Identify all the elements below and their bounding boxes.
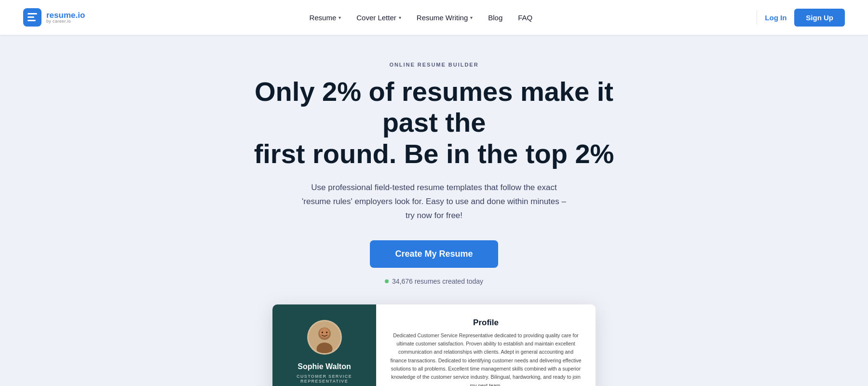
- chevron-down-icon: ▾: [339, 15, 341, 20]
- hero-section: ONLINE RESUME BUILDER Only 2% of resumes…: [0, 35, 868, 386]
- resume-card: Sophie Walton CUSTOMER SERVICEREPRESENTA…: [272, 304, 596, 386]
- resume-right-panel: Profile Dedicated Customer Service Repre…: [376, 304, 596, 386]
- hero-subtitle: Use professional field-tested resume tem…: [299, 181, 569, 223]
- logo-main: resume.io: [46, 11, 85, 19]
- resume-name: Sophie Walton: [298, 362, 351, 371]
- login-button[interactable]: Log In: [765, 14, 787, 22]
- hero-title: Only 2% of resumes make it past the firs…: [251, 76, 617, 169]
- resume-profile-text: Dedicated Customer Service Representativ…: [390, 331, 582, 386]
- resume-job-title: CUSTOMER SERVICEREPRESENTATIVE: [297, 374, 352, 384]
- svg-rect-2: [27, 16, 34, 18]
- nav-blog[interactable]: Blog: [488, 14, 502, 22]
- logo-text: resume.io by career.io: [46, 11, 85, 24]
- nav-resume-writing[interactable]: Resume Writing ▾: [417, 14, 473, 22]
- chevron-down-icon: ▾: [470, 15, 473, 20]
- signup-button[interactable]: Sign Up: [794, 9, 845, 27]
- logo-sub: by career.io: [46, 19, 85, 24]
- resumes-count: 34,676 resumes created today: [10, 277, 858, 285]
- avatar: [307, 320, 342, 355]
- auth-area: Log In Sign Up: [757, 9, 845, 27]
- svg-point-6: [316, 343, 332, 355]
- nav-resume[interactable]: Resume ▾: [309, 14, 341, 22]
- svg-point-9: [326, 331, 327, 333]
- resume-profile-heading: Profile: [390, 318, 582, 328]
- create-resume-button[interactable]: Create My Resume: [370, 240, 498, 268]
- main-nav: Resume ▾ Cover Letter ▾ Resume Writing ▾…: [309, 14, 532, 22]
- logo[interactable]: resume.io by career.io: [23, 8, 85, 27]
- nav-divider: [757, 11, 757, 24]
- logo-icon: [23, 8, 41, 27]
- resume-preview: Sophie Walton CUSTOMER SERVICEREPRESENTA…: [265, 304, 603, 386]
- chevron-down-icon: ▾: [399, 15, 401, 20]
- hero-eyebrow: ONLINE RESUME BUILDER: [10, 62, 858, 68]
- header: resume.io by career.io Resume ▾ Cover Le…: [0, 0, 868, 35]
- nav-faq[interactable]: FAQ: [518, 14, 532, 22]
- svg-point-8: [321, 331, 323, 333]
- svg-rect-3: [27, 20, 36, 21]
- svg-rect-1: [27, 13, 37, 14]
- nav-cover-letter[interactable]: Cover Letter ▾: [356, 14, 401, 22]
- resume-left-panel: Sophie Walton CUSTOMER SERVICEREPRESENTA…: [272, 304, 376, 386]
- count-dot-icon: [385, 279, 389, 283]
